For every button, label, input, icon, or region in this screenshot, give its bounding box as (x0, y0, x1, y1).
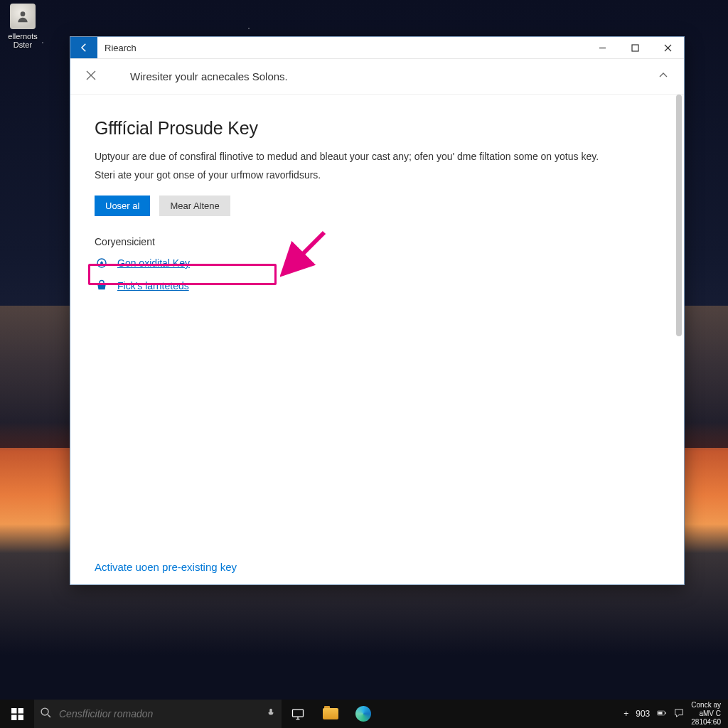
svg-rect-12 (658, 712, 663, 714)
svg-rect-6 (18, 714, 23, 720)
start-button[interactable] (0, 700, 34, 728)
taskbar: + 903 Conck ay aMV C 28104:60 (0, 700, 728, 728)
mic-icon[interactable] (266, 707, 276, 720)
secondary-action-button[interactable]: Mear Altene (159, 196, 230, 216)
section-label: Coryensicient (95, 236, 660, 247)
svg-rect-9 (293, 710, 304, 717)
file-explorer-button[interactable] (314, 700, 347, 728)
minimize-button[interactable] (586, 37, 619, 58)
user-head-icon (10, 4, 36, 29)
link-go-key[interactable]: Gon oxidital Key (117, 257, 190, 269)
svg-rect-4 (18, 708, 23, 714)
folder-icon (323, 708, 338, 719)
link-store[interactable]: Fick's larnteteds (117, 280, 189, 291)
svg-rect-5 (11, 714, 17, 720)
body-text: Uptyour are due of consfiral flinotive t… (95, 149, 621, 183)
footer-link[interactable]: Activate uoen pre-existing key (95, 561, 237, 573)
window-controls (586, 37, 684, 58)
svg-point-7 (41, 708, 48, 715)
search-icon (40, 707, 52, 722)
task-view-button[interactable] (282, 700, 314, 728)
svg-point-0 (21, 11, 26, 16)
svg-rect-11 (665, 712, 666, 714)
settings-window: Riearch Wiresiter youlr acnecales Solons… (70, 36, 685, 585)
action-center-icon[interactable] (674, 708, 684, 719)
paragraph-2: Steri ate your got onse of your urfmow r… (95, 167, 621, 183)
titlebar: Riearch (70, 37, 684, 59)
taskbar-search[interactable] (34, 700, 282, 728)
svg-rect-3 (11, 708, 17, 714)
taskbar-clock[interactable]: Conck ay aMV C 28104:60 (691, 701, 721, 727)
key-icon (95, 256, 109, 270)
banner-dismiss-button[interactable] (86, 70, 96, 82)
info-banner: Wiresiter youlr acnecales Solons. (70, 59, 684, 95)
close-button[interactable] (651, 37, 684, 58)
window-title: Riearch (97, 37, 586, 58)
banner-expand-button[interactable] (658, 70, 668, 82)
scrollbar[interactable] (676, 95, 682, 336)
back-button[interactable] (70, 37, 97, 58)
battery-icon[interactable] (657, 708, 667, 719)
system-tray: + 903 Conck ay aMV C 28104:60 (623, 700, 728, 728)
maximize-button[interactable] (619, 37, 651, 58)
svg-rect-1 (632, 45, 638, 51)
store-icon (95, 279, 109, 293)
browser-button[interactable] (347, 700, 380, 728)
link-row-1: Gon oxidital Key (95, 256, 660, 270)
paragraph-1: Uptyour are due of consfiral flinotive t… (95, 149, 621, 164)
page-title: Gfffícial Prosude Key (95, 118, 660, 139)
desktop-shortcut-label: ellernots Dster (1, 32, 44, 49)
tray-number[interactable]: 903 (636, 709, 650, 719)
link-row-2: Fick's larnteteds (95, 279, 660, 293)
desktop-shortcut[interactable]: ellernots Dster (1, 4, 44, 49)
button-row: Uoser al Mear Altene (95, 196, 660, 216)
search-input[interactable] (59, 708, 259, 719)
banner-text: Wiresiter youlr acnecales Solons. (130, 70, 658, 82)
edge-icon (355, 706, 371, 722)
primary-action-button[interactable]: Uoser al (95, 196, 150, 216)
window-content: Gfffícial Prosude Key Uptyour are due of… (70, 95, 684, 584)
tray-plus[interactable]: + (623, 709, 628, 719)
